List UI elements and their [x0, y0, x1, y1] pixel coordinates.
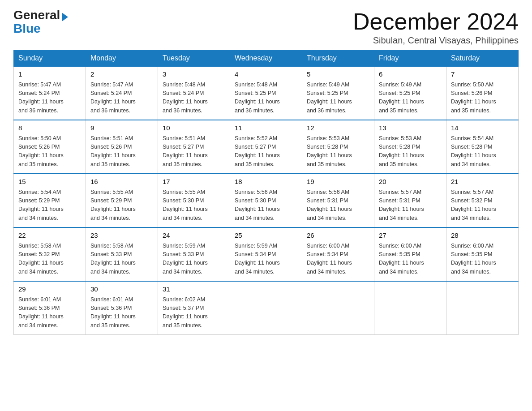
day-number: 3 [163, 69, 225, 80]
title-block: December 2024 Sibulan, Central Visayas, … [353, 9, 519, 46]
header-day-friday: Friday [374, 51, 446, 67]
day-number: 18 [235, 177, 297, 187]
day-info: Sunrise: 5:55 AMSunset: 5:30 PMDaylight:… [163, 188, 225, 223]
header-day-wednesday: Wednesday [230, 51, 302, 67]
day-number: 15 [18, 177, 81, 187]
location-title: Sibulan, Central Visayas, Philippines [353, 35, 519, 46]
calendar-cell: 3Sunrise: 5:48 AMSunset: 5:24 PMDaylight… [158, 66, 230, 120]
day-number: 30 [90, 284, 153, 295]
calendar-table: SundayMondayTuesdayWednesdayThursdayFrid… [13, 50, 519, 335]
day-number: 20 [379, 177, 442, 187]
day-number: 25 [235, 231, 297, 241]
calendar-cell: 28Sunrise: 6:00 AMSunset: 5:35 PMDayligh… [446, 227, 519, 281]
day-number: 13 [379, 123, 442, 133]
day-info: Sunrise: 5:55 AMSunset: 5:29 PMDaylight:… [90, 188, 153, 223]
calendar-cell: 26Sunrise: 6:00 AMSunset: 5:34 PMDayligh… [302, 227, 374, 281]
day-info: Sunrise: 5:50 AMSunset: 5:26 PMDaylight:… [18, 134, 81, 169]
week-row-4: 22Sunrise: 5:58 AMSunset: 5:32 PMDayligh… [14, 227, 519, 281]
day-info: Sunrise: 5:52 AMSunset: 5:27 PMDaylight:… [235, 134, 297, 169]
day-info: Sunrise: 5:59 AMSunset: 5:33 PMDaylight:… [163, 242, 225, 277]
header-day-monday: Monday [86, 51, 158, 67]
day-number: 5 [307, 69, 369, 80]
day-number: 27 [379, 231, 442, 241]
day-info: Sunrise: 5:54 AMSunset: 5:28 PMDaylight:… [451, 134, 514, 169]
calendar-cell: 5Sunrise: 5:49 AMSunset: 5:25 PMDaylight… [302, 66, 374, 120]
calendar-cell: 27Sunrise: 6:00 AMSunset: 5:35 PMDayligh… [374, 227, 446, 281]
calendar-cell: 25Sunrise: 5:59 AMSunset: 5:34 PMDayligh… [230, 227, 302, 281]
day-info: Sunrise: 5:51 AMSunset: 5:26 PMDaylight:… [90, 134, 153, 169]
header-day-sunday: Sunday [14, 51, 86, 67]
day-info: Sunrise: 5:56 AMSunset: 5:31 PMDaylight:… [307, 188, 369, 223]
day-info: Sunrise: 6:02 AMSunset: 5:37 PMDaylight:… [163, 295, 225, 330]
day-info: Sunrise: 5:58 AMSunset: 5:32 PMDaylight:… [18, 242, 81, 277]
calendar-cell: 17Sunrise: 5:55 AMSunset: 5:30 PMDayligh… [158, 174, 230, 227]
day-info: Sunrise: 5:51 AMSunset: 5:27 PMDaylight:… [163, 134, 225, 169]
page-header: General Blue December 2024 Sibulan, Cent… [13, 9, 519, 46]
header-day-tuesday: Tuesday [158, 51, 230, 67]
day-number: 8 [18, 123, 81, 133]
day-info: Sunrise: 5:48 AMSunset: 5:25 PMDaylight:… [235, 81, 297, 116]
day-number: 11 [235, 123, 297, 133]
calendar-cell: 30Sunrise: 6:01 AMSunset: 5:36 PMDayligh… [86, 281, 158, 335]
calendar-cell: 13Sunrise: 5:53 AMSunset: 5:28 PMDayligh… [374, 120, 446, 174]
day-info: Sunrise: 6:00 AMSunset: 5:35 PMDaylight:… [379, 242, 442, 277]
calendar-cell: 2Sunrise: 5:47 AMSunset: 5:24 PMDaylight… [86, 66, 158, 120]
calendar-cell: 29Sunrise: 6:01 AMSunset: 5:36 PMDayligh… [14, 281, 86, 335]
header-row: SundayMondayTuesdayWednesdayThursdayFrid… [14, 51, 519, 67]
week-row-3: 15Sunrise: 5:54 AMSunset: 5:29 PMDayligh… [14, 174, 519, 227]
day-number: 26 [307, 231, 369, 241]
month-title: December 2024 [353, 9, 519, 34]
logo-general-text: General [13, 9, 60, 21]
day-info: Sunrise: 5:50 AMSunset: 5:26 PMDaylight:… [451, 81, 514, 116]
day-info: Sunrise: 5:58 AMSunset: 5:33 PMDaylight:… [90, 242, 153, 277]
calendar-cell: 10Sunrise: 5:51 AMSunset: 5:27 PMDayligh… [158, 120, 230, 174]
calendar-cell: 16Sunrise: 5:55 AMSunset: 5:29 PMDayligh… [86, 174, 158, 227]
day-number: 7 [451, 69, 514, 80]
day-info: Sunrise: 5:56 AMSunset: 5:30 PMDaylight:… [235, 188, 297, 223]
calendar-cell: 9Sunrise: 5:51 AMSunset: 5:26 PMDaylight… [86, 120, 158, 174]
calendar-cell: 12Sunrise: 5:53 AMSunset: 5:28 PMDayligh… [302, 120, 374, 174]
day-info: Sunrise: 5:49 AMSunset: 5:25 PMDaylight:… [379, 81, 442, 116]
week-row-2: 8Sunrise: 5:50 AMSunset: 5:26 PMDaylight… [14, 120, 519, 174]
calendar-cell: 21Sunrise: 5:57 AMSunset: 5:32 PMDayligh… [446, 174, 519, 227]
header-day-thursday: Thursday [302, 51, 374, 67]
day-number: 6 [379, 69, 442, 80]
calendar-cell: 14Sunrise: 5:54 AMSunset: 5:28 PMDayligh… [446, 120, 519, 174]
week-row-5: 29Sunrise: 6:01 AMSunset: 5:36 PMDayligh… [14, 281, 519, 335]
day-number: 19 [307, 177, 369, 187]
day-info: Sunrise: 5:49 AMSunset: 5:25 PMDaylight:… [307, 81, 369, 116]
calendar-cell [230, 281, 302, 335]
calendar-cell: 11Sunrise: 5:52 AMSunset: 5:27 PMDayligh… [230, 120, 302, 174]
day-info: Sunrise: 5:57 AMSunset: 5:32 PMDaylight:… [451, 188, 514, 223]
logo: General Blue [13, 9, 68, 36]
week-row-1: 1Sunrise: 5:47 AMSunset: 5:24 PMDaylight… [14, 66, 519, 120]
day-number: 4 [235, 69, 297, 80]
day-number: 14 [451, 123, 514, 133]
calendar-cell: 22Sunrise: 5:58 AMSunset: 5:32 PMDayligh… [14, 227, 86, 281]
day-info: Sunrise: 6:01 AMSunset: 5:36 PMDaylight:… [90, 295, 153, 330]
calendar-cell: 6Sunrise: 5:49 AMSunset: 5:25 PMDaylight… [374, 66, 446, 120]
day-number: 23 [90, 231, 153, 241]
calendar-cell: 18Sunrise: 5:56 AMSunset: 5:30 PMDayligh… [230, 174, 302, 227]
calendar-cell: 8Sunrise: 5:50 AMSunset: 5:26 PMDaylight… [14, 120, 86, 174]
day-number: 2 [90, 69, 153, 80]
day-info: Sunrise: 5:59 AMSunset: 5:34 PMDaylight:… [235, 242, 297, 277]
day-number: 22 [18, 231, 81, 241]
day-info: Sunrise: 6:00 AMSunset: 5:34 PMDaylight:… [307, 242, 369, 277]
day-number: 10 [163, 123, 225, 133]
day-info: Sunrise: 5:47 AMSunset: 5:24 PMDaylight:… [18, 81, 81, 116]
calendar-cell: 7Sunrise: 5:50 AMSunset: 5:26 PMDaylight… [446, 66, 519, 120]
day-info: Sunrise: 5:53 AMSunset: 5:28 PMDaylight:… [379, 134, 442, 169]
day-info: Sunrise: 6:01 AMSunset: 5:36 PMDaylight:… [18, 295, 81, 330]
day-info: Sunrise: 6:00 AMSunset: 5:35 PMDaylight:… [451, 242, 514, 277]
day-number: 24 [163, 231, 225, 241]
header-day-saturday: Saturday [446, 51, 519, 67]
day-number: 9 [90, 123, 153, 133]
day-number: 1 [18, 69, 81, 80]
day-number: 12 [307, 123, 369, 133]
day-info: Sunrise: 5:53 AMSunset: 5:28 PMDaylight:… [307, 134, 369, 169]
calendar-cell [302, 281, 374, 335]
day-number: 17 [163, 177, 225, 187]
calendar-cell: 20Sunrise: 5:57 AMSunset: 5:31 PMDayligh… [374, 174, 446, 227]
day-info: Sunrise: 5:54 AMSunset: 5:29 PMDaylight:… [18, 188, 81, 223]
